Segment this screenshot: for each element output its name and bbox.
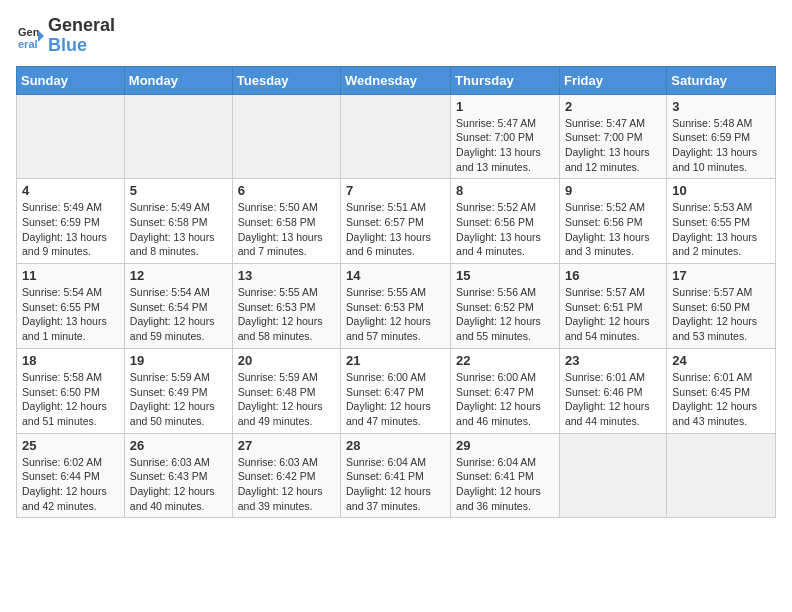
- calendar-cell: 17Sunrise: 5:57 AM Sunset: 6:50 PM Dayli…: [667, 264, 776, 349]
- day-number: 12: [130, 268, 227, 283]
- calendar-cell: 21Sunrise: 6:00 AM Sunset: 6:47 PM Dayli…: [341, 348, 451, 433]
- logo: Gen eral GeneralBlue: [16, 16, 115, 56]
- calendar-cell: [124, 94, 232, 179]
- day-info: Sunrise: 5:49 AM Sunset: 6:59 PM Dayligh…: [22, 200, 119, 259]
- day-info: Sunrise: 6:03 AM Sunset: 6:42 PM Dayligh…: [238, 455, 335, 514]
- calendar-cell: 9Sunrise: 5:52 AM Sunset: 6:56 PM Daylig…: [559, 179, 666, 264]
- day-info: Sunrise: 5:55 AM Sunset: 6:53 PM Dayligh…: [238, 285, 335, 344]
- day-info: Sunrise: 6:04 AM Sunset: 6:41 PM Dayligh…: [346, 455, 445, 514]
- calendar-cell: 4Sunrise: 5:49 AM Sunset: 6:59 PM Daylig…: [17, 179, 125, 264]
- day-number: 18: [22, 353, 119, 368]
- day-info: Sunrise: 6:04 AM Sunset: 6:41 PM Dayligh…: [456, 455, 554, 514]
- header-sunday: Sunday: [17, 66, 125, 94]
- day-number: 19: [130, 353, 227, 368]
- svg-text:Gen: Gen: [18, 26, 40, 38]
- logo-text: GeneralBlue: [48, 16, 115, 56]
- calendar-cell: 14Sunrise: 5:55 AM Sunset: 6:53 PM Dayli…: [341, 264, 451, 349]
- day-number: 3: [672, 99, 770, 114]
- calendar-week-5: 25Sunrise: 6:02 AM Sunset: 6:44 PM Dayli…: [17, 433, 776, 518]
- day-info: Sunrise: 5:59 AM Sunset: 6:48 PM Dayligh…: [238, 370, 335, 429]
- day-info: Sunrise: 5:52 AM Sunset: 6:56 PM Dayligh…: [456, 200, 554, 259]
- day-number: 5: [130, 183, 227, 198]
- calendar-cell: 24Sunrise: 6:01 AM Sunset: 6:45 PM Dayli…: [667, 348, 776, 433]
- calendar-cell: 19Sunrise: 5:59 AM Sunset: 6:49 PM Dayli…: [124, 348, 232, 433]
- header-thursday: Thursday: [451, 66, 560, 94]
- day-info: Sunrise: 6:02 AM Sunset: 6:44 PM Dayligh…: [22, 455, 119, 514]
- calendar-cell: 12Sunrise: 5:54 AM Sunset: 6:54 PM Dayli…: [124, 264, 232, 349]
- calendar-cell: 15Sunrise: 5:56 AM Sunset: 6:52 PM Dayli…: [451, 264, 560, 349]
- calendar-cell: [17, 94, 125, 179]
- day-info: Sunrise: 5:48 AM Sunset: 6:59 PM Dayligh…: [672, 116, 770, 175]
- day-info: Sunrise: 6:00 AM Sunset: 6:47 PM Dayligh…: [456, 370, 554, 429]
- day-number: 10: [672, 183, 770, 198]
- day-info: Sunrise: 5:59 AM Sunset: 6:49 PM Dayligh…: [130, 370, 227, 429]
- day-info: Sunrise: 5:57 AM Sunset: 6:51 PM Dayligh…: [565, 285, 661, 344]
- calendar-cell: 18Sunrise: 5:58 AM Sunset: 6:50 PM Dayli…: [17, 348, 125, 433]
- day-number: 25: [22, 438, 119, 453]
- day-info: Sunrise: 5:47 AM Sunset: 7:00 PM Dayligh…: [565, 116, 661, 175]
- calendar-cell: 1Sunrise: 5:47 AM Sunset: 7:00 PM Daylig…: [451, 94, 560, 179]
- day-number: 13: [238, 268, 335, 283]
- calendar-cell: 8Sunrise: 5:52 AM Sunset: 6:56 PM Daylig…: [451, 179, 560, 264]
- calendar-cell: 27Sunrise: 6:03 AM Sunset: 6:42 PM Dayli…: [232, 433, 340, 518]
- calendar-cell: 13Sunrise: 5:55 AM Sunset: 6:53 PM Dayli…: [232, 264, 340, 349]
- day-info: Sunrise: 5:52 AM Sunset: 6:56 PM Dayligh…: [565, 200, 661, 259]
- calendar-cell: 20Sunrise: 5:59 AM Sunset: 6:48 PM Dayli…: [232, 348, 340, 433]
- calendar-cell: [559, 433, 666, 518]
- calendar-cell: [341, 94, 451, 179]
- day-number: 26: [130, 438, 227, 453]
- day-number: 17: [672, 268, 770, 283]
- logo-icon: Gen eral: [16, 22, 44, 50]
- day-number: 22: [456, 353, 554, 368]
- day-info: Sunrise: 6:00 AM Sunset: 6:47 PM Dayligh…: [346, 370, 445, 429]
- calendar-week-2: 4Sunrise: 5:49 AM Sunset: 6:59 PM Daylig…: [17, 179, 776, 264]
- day-info: Sunrise: 5:54 AM Sunset: 6:55 PM Dayligh…: [22, 285, 119, 344]
- day-number: 29: [456, 438, 554, 453]
- day-number: 27: [238, 438, 335, 453]
- calendar-week-4: 18Sunrise: 5:58 AM Sunset: 6:50 PM Dayli…: [17, 348, 776, 433]
- calendar-cell: 29Sunrise: 6:04 AM Sunset: 6:41 PM Dayli…: [451, 433, 560, 518]
- day-info: Sunrise: 5:51 AM Sunset: 6:57 PM Dayligh…: [346, 200, 445, 259]
- calendar-header-row: SundayMondayTuesdayWednesdayThursdayFrid…: [17, 66, 776, 94]
- day-info: Sunrise: 5:58 AM Sunset: 6:50 PM Dayligh…: [22, 370, 119, 429]
- day-info: Sunrise: 5:50 AM Sunset: 6:58 PM Dayligh…: [238, 200, 335, 259]
- day-number: 6: [238, 183, 335, 198]
- day-number: 16: [565, 268, 661, 283]
- calendar-week-1: 1Sunrise: 5:47 AM Sunset: 7:00 PM Daylig…: [17, 94, 776, 179]
- calendar-cell: 2Sunrise: 5:47 AM Sunset: 7:00 PM Daylig…: [559, 94, 666, 179]
- calendar-cell: 28Sunrise: 6:04 AM Sunset: 6:41 PM Dayli…: [341, 433, 451, 518]
- header-monday: Monday: [124, 66, 232, 94]
- day-info: Sunrise: 5:49 AM Sunset: 6:58 PM Dayligh…: [130, 200, 227, 259]
- day-number: 15: [456, 268, 554, 283]
- svg-text:eral: eral: [18, 38, 38, 50]
- day-number: 24: [672, 353, 770, 368]
- calendar-cell: 6Sunrise: 5:50 AM Sunset: 6:58 PM Daylig…: [232, 179, 340, 264]
- calendar-cell: 25Sunrise: 6:02 AM Sunset: 6:44 PM Dayli…: [17, 433, 125, 518]
- day-number: 4: [22, 183, 119, 198]
- day-info: Sunrise: 5:57 AM Sunset: 6:50 PM Dayligh…: [672, 285, 770, 344]
- calendar-cell: 16Sunrise: 5:57 AM Sunset: 6:51 PM Dayli…: [559, 264, 666, 349]
- day-number: 1: [456, 99, 554, 114]
- calendar-cell: [667, 433, 776, 518]
- calendar-cell: 26Sunrise: 6:03 AM Sunset: 6:43 PM Dayli…: [124, 433, 232, 518]
- calendar-cell: 22Sunrise: 6:00 AM Sunset: 6:47 PM Dayli…: [451, 348, 560, 433]
- day-info: Sunrise: 6:01 AM Sunset: 6:45 PM Dayligh…: [672, 370, 770, 429]
- day-info: Sunrise: 6:03 AM Sunset: 6:43 PM Dayligh…: [130, 455, 227, 514]
- calendar-cell: 11Sunrise: 5:54 AM Sunset: 6:55 PM Dayli…: [17, 264, 125, 349]
- calendar-week-3: 11Sunrise: 5:54 AM Sunset: 6:55 PM Dayli…: [17, 264, 776, 349]
- day-number: 11: [22, 268, 119, 283]
- day-number: 14: [346, 268, 445, 283]
- day-number: 21: [346, 353, 445, 368]
- day-number: 20: [238, 353, 335, 368]
- calendar-cell: 10Sunrise: 5:53 AM Sunset: 6:55 PM Dayli…: [667, 179, 776, 264]
- day-info: Sunrise: 6:01 AM Sunset: 6:46 PM Dayligh…: [565, 370, 661, 429]
- calendar-cell: 7Sunrise: 5:51 AM Sunset: 6:57 PM Daylig…: [341, 179, 451, 264]
- day-number: 28: [346, 438, 445, 453]
- calendar-table: SundayMondayTuesdayWednesdayThursdayFrid…: [16, 66, 776, 519]
- day-number: 2: [565, 99, 661, 114]
- day-info: Sunrise: 5:47 AM Sunset: 7:00 PM Dayligh…: [456, 116, 554, 175]
- header-friday: Friday: [559, 66, 666, 94]
- header-saturday: Saturday: [667, 66, 776, 94]
- calendar-cell: 3Sunrise: 5:48 AM Sunset: 6:59 PM Daylig…: [667, 94, 776, 179]
- day-info: Sunrise: 5:53 AM Sunset: 6:55 PM Dayligh…: [672, 200, 770, 259]
